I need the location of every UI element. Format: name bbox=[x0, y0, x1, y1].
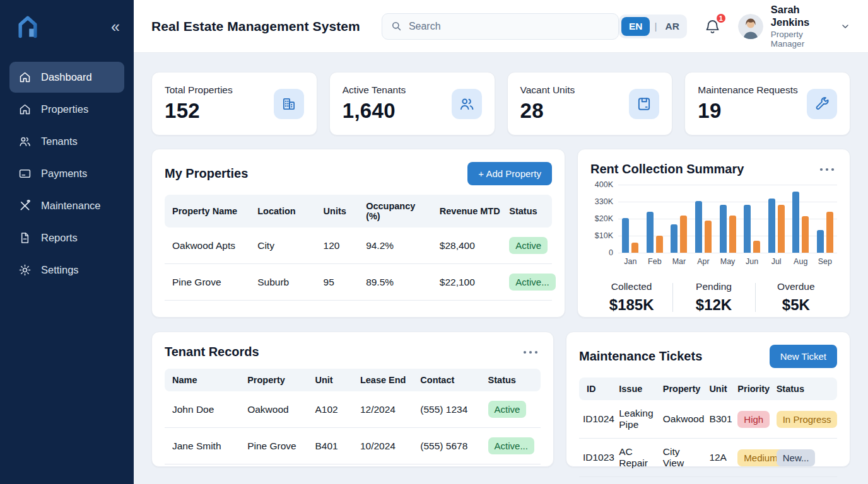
stat-card-total-properties: Total Properties152 bbox=[151, 72, 317, 135]
cell: 10/2024 bbox=[356, 428, 416, 464]
sidebar-item-dashboard[interactable]: Dashboard bbox=[9, 62, 124, 93]
bar-blue bbox=[817, 230, 824, 253]
lang-ar-button[interactable]: AR bbox=[661, 17, 683, 36]
column-header: Occupancy (%) bbox=[362, 195, 436, 228]
sidebar-item-tenants[interactable]: Tenants bbox=[9, 126, 124, 157]
stat-card-active-tenants: Active Tenants1,640 bbox=[329, 72, 495, 135]
users-icon bbox=[452, 89, 482, 119]
stat-card-maintenance-requests: Maintenance Requests19 bbox=[684, 72, 850, 135]
sidebar-item-maintenance[interactable]: Maintenance bbox=[9, 190, 124, 221]
sidebar-collapse-icon[interactable]: « bbox=[111, 19, 120, 35]
bar-group-mar bbox=[667, 185, 691, 253]
bar-blue bbox=[622, 218, 629, 253]
search-box bbox=[382, 13, 619, 40]
sidebar-item-settings[interactable]: Settings bbox=[9, 255, 124, 285]
cell: 94.2% bbox=[362, 228, 436, 264]
bar-orange bbox=[729, 216, 736, 253]
tenant-records-title: Tenant Records bbox=[165, 345, 259, 359]
stat-label: Vacant Units bbox=[520, 84, 575, 96]
cell: Oakwood bbox=[243, 391, 311, 428]
table-row: Jane SmithPine GroveB40110/2024(555) 567… bbox=[165, 428, 541, 464]
lang-en-button[interactable]: EN bbox=[621, 17, 650, 36]
notifications-button[interactable]: 1 bbox=[704, 18, 721, 35]
cell: ID1023 bbox=[579, 439, 615, 477]
rent-card-menu-button[interactable] bbox=[817, 165, 837, 174]
column-header: ID bbox=[579, 377, 615, 400]
cell: Pine Grove bbox=[165, 264, 254, 301]
x-tick-label: Jul bbox=[764, 257, 789, 266]
sidebar-item-properties[interactable]: Properties bbox=[9, 94, 124, 125]
x-tick-label: Feb bbox=[643, 257, 667, 266]
column-header: Lease End bbox=[356, 369, 416, 391]
summary-label: Pending bbox=[672, 281, 754, 292]
summary-item-overdue: Overdue$5K bbox=[755, 280, 837, 315]
bar-orange bbox=[656, 236, 663, 253]
main-content: Total Properties152Active Tenants1,640Va… bbox=[134, 0, 868, 467]
badge-cell: Active... bbox=[505, 264, 552, 301]
column-header: Name bbox=[165, 369, 243, 391]
user-menu[interactable]: Sarah Jenkins Property Manager bbox=[738, 4, 850, 49]
badge-cell: High bbox=[734, 400, 772, 439]
rent-collection-card: Rent Collection Summary 400K330K$20K$10K… bbox=[577, 149, 850, 318]
rent-chart: 400K330K$20K$10K0 bbox=[590, 185, 837, 253]
cell: B401 bbox=[311, 428, 356, 464]
sidebar-item-reports[interactable]: Reports bbox=[9, 222, 124, 253]
column-header: Property Name bbox=[165, 195, 254, 228]
my-properties-card: My Properties + Add Property Property Na… bbox=[151, 149, 565, 318]
cell: Pine Grove bbox=[243, 428, 311, 464]
status-badge: New... bbox=[777, 449, 816, 466]
search-input[interactable] bbox=[409, 21, 610, 32]
column-header: Status bbox=[773, 377, 837, 400]
new-ticket-button[interactable]: New Ticket bbox=[770, 345, 837, 368]
cell: Oakwood Apts bbox=[165, 228, 254, 264]
stat-value: 1,640 bbox=[343, 99, 406, 123]
properties-table: Property NameLocationUnitsOccupancy (%)R… bbox=[165, 195, 552, 301]
document-icon bbox=[18, 231, 32, 245]
cell: 120 bbox=[320, 228, 363, 264]
cell: AC Repair bbox=[615, 439, 659, 477]
bar-blue bbox=[695, 201, 702, 253]
summary-item-pending: Pending$12K bbox=[672, 280, 754, 315]
column-header: Revenue MTD bbox=[436, 195, 506, 228]
status-badge: Active... bbox=[509, 274, 555, 291]
cell: 12A bbox=[705, 439, 734, 477]
summary-value: $5K bbox=[755, 296, 837, 314]
sidebar: « DashboardPropertiesTenantsPaymentsMain… bbox=[0, 0, 134, 484]
column-header: Unit bbox=[311, 369, 356, 391]
sidebar-item-payments[interactable]: Payments bbox=[9, 158, 124, 189]
summary-value: $12K bbox=[672, 296, 754, 314]
stat-value: 152 bbox=[165, 99, 233, 123]
bar-group-jul bbox=[764, 185, 789, 253]
status-badge: Active bbox=[488, 401, 527, 418]
chart-y-axis: 400K330K$20K$10K0 bbox=[590, 185, 618, 253]
bar-group-jan bbox=[618, 185, 643, 253]
badge-cell: In Progress bbox=[773, 400, 837, 439]
rent-collection-title: Rent Collection Summary bbox=[590, 162, 744, 176]
cell: 95 bbox=[320, 264, 363, 301]
column-header: Property bbox=[243, 369, 311, 391]
notification-badge: 1 bbox=[715, 13, 727, 24]
wrench-icon bbox=[807, 89, 837, 119]
bar-orange bbox=[778, 205, 785, 253]
bar-groups bbox=[618, 185, 837, 253]
cell: City bbox=[254, 228, 319, 264]
y-tick-label: 0 bbox=[609, 248, 613, 257]
home-icon bbox=[18, 71, 32, 84]
bar-orange bbox=[753, 241, 760, 253]
bar-group-jun bbox=[740, 185, 765, 253]
gear-icon bbox=[18, 263, 32, 277]
column-header: Contact bbox=[416, 369, 484, 391]
x-tick-label: Sep bbox=[813, 257, 838, 266]
stat-value: 19 bbox=[698, 99, 798, 123]
column-header: Status bbox=[505, 195, 552, 228]
bar-blue bbox=[647, 212, 654, 253]
tenants-table: NamePropertyUnitLease EndContactStatusJo… bbox=[165, 369, 541, 464]
tenants-card-menu-button[interactable] bbox=[520, 348, 541, 357]
maintenance-tickets-title: Maintenance Tickets bbox=[579, 349, 702, 364]
add-property-button[interactable]: + Add Property bbox=[467, 162, 552, 185]
bar-orange bbox=[802, 216, 809, 253]
status-badge: Active bbox=[509, 237, 548, 254]
my-properties-title: My Properties bbox=[165, 166, 248, 181]
door-icon bbox=[629, 89, 659, 119]
summary-label: Overdue bbox=[755, 281, 837, 292]
